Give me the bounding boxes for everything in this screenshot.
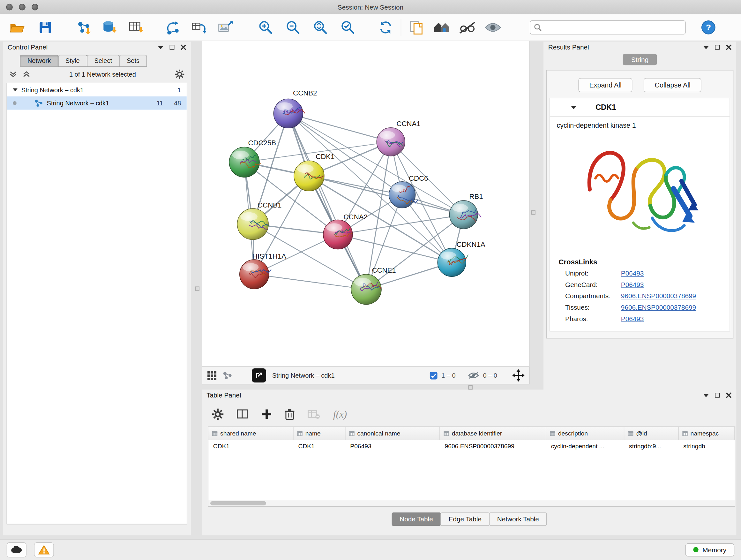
import-table-button[interactable]: [126, 17, 146, 38]
edge-CDK1-RB1[interactable]: [309, 176, 463, 214]
crosslink-value-link[interactable]: 9606.ENSP00000378699: [621, 304, 696, 311]
maximize-window-icon[interactable]: [31, 4, 38, 10]
float-results-icon[interactable]: [715, 45, 720, 50]
splitter-handle[interactable]: [468, 385, 473, 389]
close-window-icon[interactable]: [6, 4, 13, 10]
crosslink-label: Uniprot:: [565, 269, 621, 277]
edge-CCNB2-CCNE1[interactable]: [288, 113, 366, 289]
tab-edge-table[interactable]: Edge Table: [441, 512, 489, 525]
application-window: Session: New Session: [0, 0, 741, 560]
show-columns-icon[interactable]: [237, 409, 248, 420]
network-node-CCNB2[interactable]: CCNB2: [273, 89, 317, 128]
open-session-button[interactable]: [7, 17, 27, 38]
function-builder-button[interactable]: f(x): [333, 408, 347, 420]
tab-style[interactable]: Style: [58, 55, 87, 67]
birds-eye-grid-icon[interactable]: [207, 371, 217, 380]
close-panel-icon[interactable]: [181, 44, 186, 50]
close-results-icon[interactable]: [726, 44, 732, 50]
network-node-RB1[interactable]: RB1: [449, 192, 483, 229]
tab-sets[interactable]: Sets: [119, 55, 147, 67]
zoom-out-button[interactable]: [283, 17, 304, 38]
tab-node-table[interactable]: Node Table: [392, 512, 441, 525]
open-in-new-window-button[interactable]: [252, 368, 266, 382]
expand-all-button[interactable]: Expand All: [578, 78, 632, 92]
selected-counter: 1 – 0: [441, 372, 455, 379]
splitter-handle[interactable]: [195, 287, 199, 291]
crosslink-value-link[interactable]: P06493: [621, 315, 644, 322]
column-header-@id[interactable]: @id: [624, 427, 678, 440]
zoom-in-button[interactable]: [255, 17, 276, 38]
network-from-table-button[interactable]: [189, 17, 210, 38]
import-network-database-button[interactable]: [99, 17, 120, 38]
network-node-CDC25B[interactable]: CDC25B: [229, 139, 276, 178]
save-session-button[interactable]: [35, 17, 56, 38]
column-header-database-identifier[interactable]: database identifier: [440, 427, 546, 440]
hide-selected-button[interactable]: [457, 17, 478, 38]
crosslink-value-link[interactable]: P06493: [621, 269, 644, 277]
network-node-CCNB1[interactable]: CCNB1: [237, 201, 281, 240]
expand-all-tree-icon[interactable]: [23, 71, 30, 78]
zoom-fit-button[interactable]: [310, 17, 331, 38]
close-table-icon[interactable]: [726, 392, 732, 398]
tab-select[interactable]: Select: [87, 55, 120, 67]
panel-menu-icon[interactable]: [158, 46, 164, 49]
zoom-selected-button[interactable]: [337, 17, 358, 38]
crosslink-value-link[interactable]: P06493: [621, 281, 644, 289]
crosslink-value-link[interactable]: 9606.ENSP00000378699: [621, 292, 696, 300]
network-glyph-icon[interactable]: [222, 371, 232, 380]
delete-column-trash-icon[interactable]: [285, 408, 294, 420]
column-header-shared-name[interactable]: shared name: [208, 427, 293, 440]
export-image-button[interactable]: [215, 17, 236, 38]
collapse-all-tree-icon[interactable]: [10, 71, 17, 78]
string-results-card: Expand All Collapse All CDK1 cyclin-depe…: [546, 70, 733, 338]
minimize-window-icon[interactable]: [19, 4, 25, 10]
network-canvas[interactable]: CCNB2CCNA1CDC25BCDK1CDC6RB1CCNB1CCNA2CDK…: [202, 41, 529, 366]
tab-network-table[interactable]: Network Table: [489, 512, 547, 525]
search-input[interactable]: [544, 23, 681, 31]
import-network-file-button[interactable]: [73, 17, 93, 38]
selected-checkbox-icon[interactable]: [429, 371, 437, 379]
clipboard-icon: [409, 20, 423, 35]
cloud-button[interactable]: [7, 542, 26, 557]
table-menu-icon[interactable]: [703, 394, 709, 397]
float-panel-icon[interactable]: [170, 45, 175, 50]
show-all-button[interactable]: [482, 17, 503, 38]
table-row[interactable]: CDK1CDK1P064939606.ENSP00000378699cyclin…: [208, 440, 735, 453]
edge-HIST1H1A-CCNE1[interactable]: [254, 274, 366, 289]
table-settings-gear-icon[interactable]: [212, 408, 224, 420]
new-network-button[interactable]: [162, 17, 183, 38]
warnings-button[interactable]: [34, 542, 54, 557]
gene-section-header[interactable]: CDK1: [550, 98, 730, 117]
first-neighbors-button[interactable]: [431, 17, 452, 38]
splitter-handle[interactable]: [531, 210, 535, 214]
network-node-CCNA1[interactable]: CCNA1: [377, 120, 420, 156]
results-menu-icon[interactable]: [703, 46, 709, 49]
help-button[interactable]: ?: [698, 17, 719, 38]
table-hscrollbar[interactable]: [208, 500, 735, 506]
collection-disclosure-icon[interactable]: [13, 88, 17, 91]
float-table-icon[interactable]: [715, 393, 720, 398]
column-header-canonical-name[interactable]: canonical name: [346, 427, 440, 440]
collapse-all-button[interactable]: Collapse All: [644, 78, 701, 92]
column-header-description[interactable]: description: [546, 427, 624, 440]
network-node-CDK1[interactable]: CDK1: [294, 152, 334, 191]
copy-clipboard-button[interactable]: [406, 17, 427, 38]
network-options-gear-icon[interactable]: [175, 70, 185, 79]
refresh-button[interactable]: [375, 17, 396, 38]
window-title: Session: New Session: [338, 3, 403, 11]
hscroll-thumb[interactable]: [210, 501, 266, 505]
tab-string[interactable]: String: [623, 54, 657, 65]
column-header-namespac[interactable]: namespac: [679, 427, 735, 440]
add-column-icon[interactable]: [261, 409, 272, 420]
memory-button[interactable]: Memory: [685, 543, 734, 556]
column-header-name[interactable]: name: [293, 427, 346, 440]
network-node-HIST1H1A[interactable]: HIST1H1A: [240, 252, 286, 289]
network-collection-row[interactable]: String Network – cdk1 1: [7, 83, 187, 97]
network-node-CDKN1A[interactable]: CDKN1A: [437, 240, 485, 276]
pan-move-icon[interactable]: [512, 369, 525, 382]
tab-network[interactable]: Network: [20, 55, 58, 67]
gene-disclosure-icon[interactable]: [571, 106, 577, 109]
hidden-eye-slash-icon[interactable]: [468, 372, 479, 379]
network-row[interactable]: String Network – cdk1 11 48: [7, 97, 187, 110]
network-view[interactable]: CCNB2CCNA1CDC25BCDK1CDC6RB1CCNB1CCNA2CDK…: [202, 41, 530, 366]
